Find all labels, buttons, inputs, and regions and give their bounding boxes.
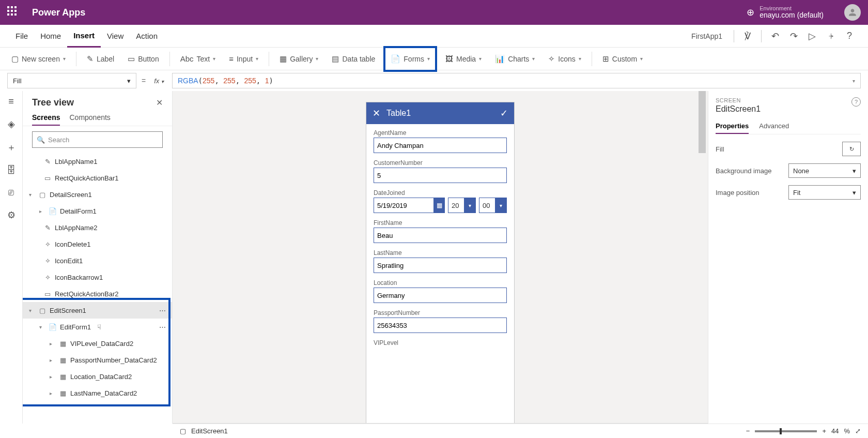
button-icon: ▭: [128, 54, 135, 64]
zoom-out-icon[interactable]: −: [746, 427, 750, 435]
field-label: DateJoined: [374, 189, 507, 197]
main-area: ≡ ◈ ＋ 🗄 ⎚ ⚙ Tree view ✕ Screens Componen…: [0, 91, 868, 424]
tree-node[interactable]: ▾▢DetailScreen1: [23, 186, 172, 203]
zoom-slider[interactable]: [755, 430, 817, 432]
calendar-icon[interactable]: ▦: [433, 198, 445, 213]
tab-screens[interactable]: Screens: [32, 110, 60, 126]
new-screen-button[interactable]: ▢New screen▾: [6, 50, 71, 68]
environment-selector[interactable]: Environment enayu.com (default): [760, 5, 824, 19]
fit-icon[interactable]: ⤢: [855, 427, 861, 435]
waffle-icon[interactable]: [7, 6, 20, 19]
bgimage-select[interactable]: None▾: [788, 163, 861, 178]
app-title: Power Apps: [32, 7, 747, 18]
tools-icon[interactable]: ⚙: [7, 209, 16, 221]
fill-swatch[interactable]: ↻: [842, 142, 861, 156]
menu-home[interactable]: Home: [34, 25, 67, 48]
ribbon: ▢New screen▾ ✎Label ▭Button AbcText▾ ≡In…: [0, 48, 868, 70]
canvas-scrollbar[interactable]: [699, 91, 706, 423]
check-icon[interactable]: ✓: [500, 108, 508, 119]
gallery-icon: ▦: [280, 54, 287, 64]
field-label: VIPLevel: [374, 339, 507, 346]
info-icon[interactable]: ?: [851, 97, 861, 107]
tree-node[interactable]: ✎LblAppName2: [23, 219, 172, 236]
text-menu[interactable]: AbcText▾: [175, 50, 221, 68]
fx-icon[interactable]: fx ▾: [151, 77, 167, 85]
tree-node[interactable]: ▾📄EditForm1☟⋯: [23, 319, 172, 335]
charts-menu[interactable]: 📊Charts▾: [490, 50, 540, 68]
custom-menu[interactable]: ⊞Custom▾: [597, 50, 648, 68]
tab-properties[interactable]: Properties: [716, 119, 749, 134]
custom-icon: ⊞: [602, 54, 609, 64]
input-menu[interactable]: ≡Input▾: [224, 50, 264, 68]
chevron-down-icon: ▾: [853, 167, 856, 175]
data-icon[interactable]: 🗄: [7, 165, 16, 176]
tree-node[interactable]: ▸▦VIPLevel_DataCard2: [23, 335, 172, 352]
tree-node[interactable]: ✧IconBackarrow1: [23, 269, 172, 285]
tree-node[interactable]: ▭RectQuickActionBar1: [23, 170, 172, 186]
forms-icon: 📄: [391, 54, 400, 64]
tab-advanced[interactable]: Advanced: [759, 119, 789, 134]
menu-view[interactable]: View: [101, 25, 130, 48]
label-button[interactable]: ✎Label: [82, 50, 119, 68]
icons-menu[interactable]: ✧Icons▾: [543, 50, 586, 68]
formula-expand-icon[interactable]: ▾: [853, 78, 855, 84]
tree-node[interactable]: ✎LblAppName1: [23, 153, 172, 170]
hamburger-icon[interactable]: ≡: [8, 96, 14, 107]
menu-action[interactable]: Action: [130, 25, 164, 48]
property-selector[interactable]: Fill▾: [7, 73, 136, 88]
tree-node[interactable]: ▸▦Location_DataCard2: [23, 368, 172, 385]
add-icon[interactable]: ＋: [7, 141, 16, 154]
customernumber-input[interactable]: [374, 168, 507, 183]
tree-node-selected[interactable]: ▾▢EditScreen1⋯: [23, 302, 172, 319]
menu-file[interactable]: File: [9, 25, 34, 48]
tree-node[interactable]: ▸▦PassportNumber_DataCard2: [23, 352, 172, 368]
passport-input[interactable]: [374, 318, 507, 333]
canvas[interactable]: ✕ Table1 ✓ AgentName CustomerNumber Date…: [173, 91, 708, 424]
datatable-button[interactable]: ▤Data table: [327, 50, 380, 68]
tab-components[interactable]: Components: [69, 110, 110, 126]
field-label: FirstName: [374, 219, 507, 226]
tree-node[interactable]: ▭RectQuickActionBar2: [23, 285, 172, 302]
tree-node[interactable]: ✧IconEdit1: [23, 252, 172, 269]
tree-title: Tree view: [32, 97, 74, 108]
menu-bar: File Home Insert View Action FirstApp1 ℣…: [0, 25, 868, 48]
tree-node[interactable]: ▸▦LastName_DataCard2: [23, 385, 172, 401]
forms-menu[interactable]: 📄Forms▾: [385, 50, 435, 68]
media-menu[interactable]: 🖼Media▾: [440, 50, 487, 68]
firstname-input[interactable]: [374, 228, 507, 243]
minute-select[interactable]: 00▾: [479, 198, 507, 213]
media-rail-icon[interactable]: ⎚: [8, 187, 14, 198]
play-icon[interactable]: ▷: [805, 29, 819, 43]
close-icon[interactable]: ✕: [156, 98, 163, 108]
undo-icon[interactable]: ↶: [768, 29, 782, 43]
more-icon[interactable]: ⋯: [159, 307, 166, 314]
more-icon[interactable]: ⋯: [159, 323, 166, 331]
hour-select[interactable]: 20▾: [448, 198, 476, 213]
close-icon[interactable]: ✕: [373, 108, 380, 119]
menu-insert[interactable]: Insert: [67, 25, 101, 48]
app-checker-icon[interactable]: ℣: [740, 29, 755, 43]
search-input[interactable]: 🔍Search: [32, 131, 163, 148]
icons-icon: ✧: [548, 54, 555, 64]
lastname-input[interactable]: [374, 258, 507, 273]
location-input[interactable]: [374, 288, 507, 303]
tree-icon[interactable]: ◈: [8, 118, 15, 130]
prop-fill-label: Fill: [716, 145, 838, 153]
avatar[interactable]: [844, 4, 861, 21]
field-label: LastName: [374, 249, 507, 256]
imgpos-select[interactable]: Fit▾: [788, 185, 861, 200]
redo-icon[interactable]: ↷: [786, 29, 801, 43]
agentname-input[interactable]: [374, 138, 507, 153]
gallery-menu[interactable]: ▦Gallery▾: [274, 50, 323, 68]
screen-indicator-icon: ▢: [180, 427, 186, 435]
formula-input[interactable]: RGBA(255, 255, 255, 1) ▾: [172, 73, 861, 88]
tree-node[interactable]: ✧IconDelete1: [23, 236, 172, 252]
button-button[interactable]: ▭Button: [122, 50, 164, 68]
share-icon[interactable]: ⍆: [824, 29, 838, 43]
zoom-in-icon[interactable]: +: [822, 427, 826, 435]
field-label: PassportNumber: [374, 309, 507, 316]
help-icon[interactable]: ?: [842, 29, 857, 43]
field-label: AgentName: [374, 129, 507, 137]
environment-icon[interactable]: ⊕: [747, 7, 754, 18]
tree-node[interactable]: ▸📄DetailForm1: [23, 203, 172, 219]
